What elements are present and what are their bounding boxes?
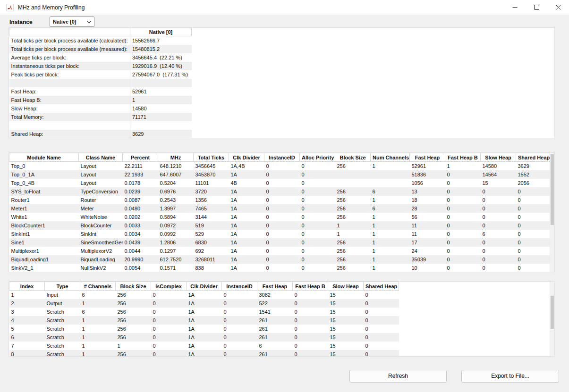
table-cell[interactable]: 838: [194, 264, 229, 272]
table-cell[interactable]: 0: [364, 316, 399, 325]
table-cell[interactable]: 0.5894: [158, 213, 194, 221]
table-row[interactable]: Top_0Layout22.2111648.121034566451A,4B00…: [9, 162, 550, 170]
table-cell[interactable]: 0: [264, 170, 300, 179]
table-cell[interactable]: 256: [116, 299, 151, 308]
table-cell[interactable]: 13: [410, 187, 445, 196]
table-cell[interactable]: 0: [300, 162, 335, 170]
table-cell[interactable]: 256: [335, 204, 371, 213]
table-cell[interactable]: 0: [151, 325, 187, 333]
table-cell[interactable]: 1A: [229, 187, 264, 196]
table-cell[interactable]: BlockCounter: [79, 221, 123, 230]
table-cell[interactable]: 1A: [229, 213, 264, 221]
table-cell[interactable]: 0: [445, 187, 481, 196]
table-cell[interactable]: 0: [264, 264, 300, 272]
minimize-icon[interactable]: [504, 0, 526, 15]
column-header[interactable]: Shared Heap: [364, 282, 399, 291]
table-cell[interactable]: 0.1297: [158, 247, 194, 255]
table-cell[interactable]: 261: [257, 350, 293, 357]
table-cell[interactable]: Top_0_4B: [9, 179, 79, 187]
table-cell[interactable]: 692: [194, 247, 229, 255]
table-cell[interactable]: 52961: [410, 162, 445, 170]
table-cell[interactable]: 6: [371, 204, 410, 213]
table-cell[interactable]: 0: [364, 299, 399, 308]
summary-row[interactable]: [9, 121, 192, 130]
export-to-file-button[interactable]: Export to File...: [461, 370, 559, 383]
table-cell[interactable]: 0.0992: [158, 230, 194, 238]
table-cell[interactable]: SineSmoothedGen: [79, 238, 123, 247]
table-cell[interactable]: 1A: [229, 230, 264, 238]
table-cell[interactable]: 10: [410, 264, 445, 272]
table-cell[interactable]: 0: [300, 170, 335, 179]
table-row[interactable]: 6Scratch125601A02610150: [9, 333, 399, 342]
table-cell[interactable]: 0.0239: [123, 187, 158, 196]
table-cell[interactable]: 1356: [194, 196, 229, 204]
table-cell[interactable]: 0: [516, 204, 550, 213]
table-row[interactable]: Top_0_1ALayout22.1933647.600734538701A00…: [9, 170, 550, 179]
column-header[interactable]: Alloc Priority: [300, 153, 335, 162]
table-cell[interactable]: Input: [45, 291, 80, 299]
table-row[interactable]: SinkInt1SinkInt0.00340.09925291A00111106…: [9, 230, 550, 238]
summary-row[interactable]: Total ticks per block process available …: [9, 36, 192, 45]
table-cell[interactable]: 1: [371, 221, 410, 230]
table-cell[interactable]: 15: [481, 179, 516, 187]
table-cell[interactable]: 0: [445, 213, 481, 221]
table-cell[interactable]: 0: [445, 247, 481, 255]
table-cell[interactable]: 0: [516, 196, 550, 204]
table-cell[interactable]: 5: [9, 325, 45, 333]
table-cell[interactable]: 0: [300, 187, 335, 196]
table-cell[interactable]: 0: [445, 170, 481, 179]
table-cell[interactable]: 0: [364, 291, 399, 299]
table-row[interactable]: BiquadLoading1BiquadLoading20.9990612.75…: [9, 255, 550, 264]
table-cell[interactable]: 612.7520: [158, 255, 194, 264]
table-cell[interactable]: 256: [335, 162, 371, 170]
table-cell[interactable]: 0: [481, 255, 516, 264]
summary-row[interactable]: Total Memory:71171: [9, 113, 192, 121]
table-cell[interactable]: 0: [264, 204, 300, 213]
column-header[interactable]: # Channels: [80, 282, 116, 291]
table-cell[interactable]: 1A: [187, 299, 222, 308]
table-cell[interactable]: 3082: [257, 291, 293, 299]
table-cell[interactable]: SinkV2_1: [9, 264, 79, 272]
table-cell[interactable]: 15: [328, 342, 364, 350]
table-cell[interactable]: 0.0439: [123, 238, 158, 247]
table-row[interactable]: 8Scratch125601A02610150: [9, 350, 399, 357]
table-cell[interactable]: 0: [264, 238, 300, 247]
table-cell[interactable]: 6: [80, 308, 116, 316]
table-cell[interactable]: 529: [194, 230, 229, 238]
table-cell[interactable]: TypeConversion: [79, 187, 123, 196]
table-cell[interactable]: 0: [516, 187, 550, 196]
table-cell[interactable]: 22.2111: [123, 162, 158, 170]
table-cell[interactable]: 1: [80, 342, 116, 350]
table-cell[interactable]: 256: [335, 255, 371, 264]
table-cell[interactable]: 1: [371, 238, 410, 247]
column-header[interactable]: Block Size: [116, 282, 151, 291]
table-cell[interactable]: 0: [222, 350, 257, 357]
table-cell[interactable]: 56: [410, 213, 445, 221]
summary-row[interactable]: Peak ticks per block:27594067.0 (177.31 …: [9, 70, 192, 79]
table-cell[interactable]: 0: [293, 333, 328, 342]
table-cell[interactable]: 0: [293, 299, 328, 308]
table-cell[interactable]: 0: [222, 299, 257, 308]
table-cell[interactable]: 0: [264, 179, 300, 187]
table-cell[interactable]: 1: [80, 299, 116, 308]
table-cell[interactable]: Router: [79, 196, 123, 204]
table-cell[interactable]: 1: [80, 325, 116, 333]
table-cell[interactable]: 0: [151, 350, 187, 357]
instance-dropdown[interactable]: Native [0]: [50, 17, 94, 27]
table-cell[interactable]: 0: [151, 299, 187, 308]
summary-row[interactable]: Total ticks per block process available …: [9, 45, 192, 53]
table-cell[interactable]: 15: [328, 299, 364, 308]
table-cell[interactable]: Output: [45, 299, 80, 308]
column-header[interactable]: Slow Heap: [481, 153, 516, 162]
table-cell[interactable]: Multiplexor1: [9, 247, 79, 255]
table-cell[interactable]: 0: [364, 342, 399, 350]
table-cell[interactable]: 0: [300, 247, 335, 255]
table-cell[interactable]: 1056: [410, 179, 445, 187]
table-cell[interactable]: 0: [293, 308, 328, 316]
table-cell[interactable]: 1552: [516, 170, 550, 179]
table-cell[interactable]: 1: [445, 162, 481, 170]
table-cell[interactable]: 0: [300, 179, 335, 187]
table-row[interactable]: SYS_toFloatTypeConversion0.02390.6976372…: [9, 187, 550, 196]
table-cell[interactable]: 0: [151, 308, 187, 316]
column-header[interactable]: Shared Heap: [516, 153, 550, 162]
